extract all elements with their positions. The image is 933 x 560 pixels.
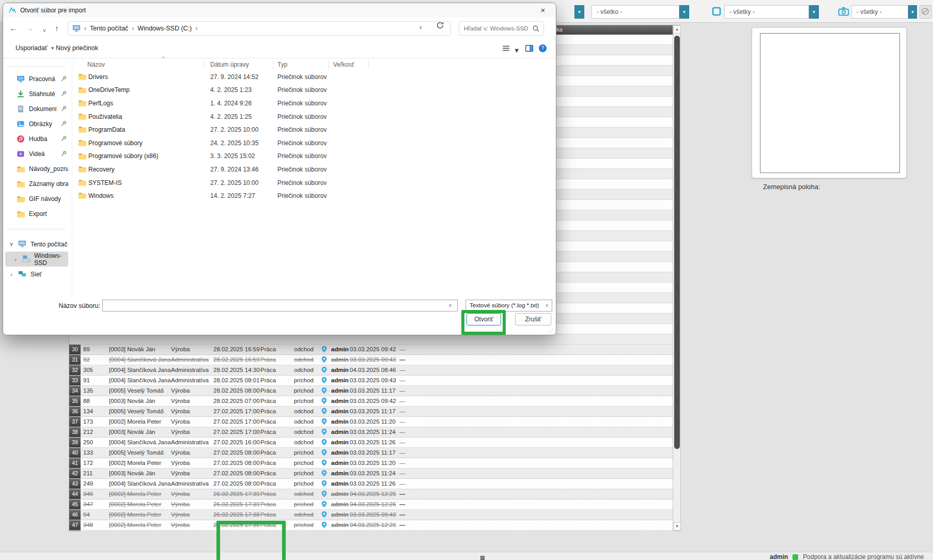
column-divider[interactable] [329, 60, 329, 69]
table-row[interactable]: 42 211 [0003] Novák Ján Výroba 27.02.202… [69, 469, 674, 479]
table-row[interactable]: 35 88 [0003] Novák Ján Výroba 28.02.2025… [69, 396, 674, 407]
file-row[interactable]: Drivers 27. 9. 2024 14:52 Priečinok súbo… [73, 70, 555, 84]
hidden-filter-dropdown-button[interactable]: ▼ [574, 5, 584, 19]
sidebar-quick-item[interactable]: Stiahnuté súb [5, 86, 68, 101]
chevron-icon[interactable]: ∨ [8, 241, 14, 247]
file-row[interactable]: OneDriveTemp 4. 2. 2025 1:23 Priečinok s… [73, 84, 555, 97]
column-divider[interactable] [368, 60, 369, 69]
file-row[interactable]: PerfLogs 1. 4. 2024 9:26 Priečinok súbor… [73, 97, 555, 110]
file-row[interactable]: Windows 14. 2. 2025 7:27 Priečinok súbor… [73, 189, 555, 203]
breadcrumb-drive[interactable]: Windows-SSD (C:) [137, 25, 192, 32]
sidebar-quick-item[interactable]: Pracovná plo [5, 71, 68, 86]
new-folder-button[interactable]: Nový priečinok [56, 44, 98, 52]
table-row[interactable]: 45 347 [0002] Morela Peter Výroba 26.02.… [69, 500, 674, 510]
filename-input[interactable] [102, 300, 458, 312]
block-icon [921, 7, 929, 15]
sidebar-quick-item[interactable]: Videá [5, 146, 68, 161]
table-row[interactable]: 40 133 [0005] Veselý Tomáš Výroba 27.02.… [69, 448, 674, 458]
sidebar-tree-item[interactable]: › Windows-SSD [5, 252, 68, 267]
up-button[interactable]: ↑ [51, 22, 63, 35]
clear-filter-button[interactable] [920, 5, 931, 19]
scroll-down-button[interactable]: ▼ [673, 522, 681, 531]
sidebar-quick-item[interactable]: Obrázky [5, 116, 68, 131]
column-header-size[interactable]: Veľkosť [333, 61, 354, 68]
dialog-titlebar[interactable]: Otvoriť súbor pre import × [3, 3, 556, 18]
event-datetime: 26.02.2025 17:38 [213, 510, 260, 520]
cancel-button[interactable]: Zrušiť [515, 313, 551, 325]
file-row[interactable]: Programové súbory 24. 2. 2025 10:35 Prie… [73, 136, 555, 150]
column-header-type[interactable]: Typ [277, 61, 287, 68]
preview-pane-icon[interactable] [525, 44, 534, 53]
table-row[interactable]: 47 348 [0002] Morela Peter Výroba 26.02.… [69, 520, 674, 531]
column-divider[interactable] [204, 60, 205, 69]
sidebar-quick-item[interactable]: Návody_poznám [5, 161, 68, 176]
refresh-icon[interactable] [436, 21, 444, 29]
filter-types1-dropdown[interactable]: - všetky - [724, 5, 809, 19]
event-datetime: 28.02.2025 08:01 [213, 376, 260, 385]
sidebar-quick-item[interactable]: Záznamy obrazo [5, 176, 68, 191]
scrollbar-thumb[interactable] [674, 36, 680, 449]
table-row[interactable]: 44 346 [0002] Morela Peter Výroba 26.02.… [69, 489, 674, 500]
chevron-icon[interactable]: › [8, 271, 14, 277]
sidebar-quick-item[interactable]: Hudba [5, 131, 68, 146]
table-rows: 30 89 [0003] Novák Ján Výroba 28.02.2025… [69, 345, 674, 541]
folder-icon [78, 112, 87, 121]
table-row[interactable]: 38 212 [0003] Novák Ján Výroba 27.02.202… [69, 427, 674, 438]
file-row[interactable]: SYSTEM-IS 27. 2. 2025 10:00 Priečinok sú… [73, 176, 555, 190]
file-row[interactable]: ProgramData 27. 2. 2025 10:00 Priečinok … [73, 123, 555, 136]
column-header-name[interactable]: Názov [87, 61, 105, 68]
toolbar-separator [3, 58, 556, 58]
filter-types2-dropdown-button[interactable]: ▼ [908, 5, 917, 19]
chevron-icon[interactable]: › [13, 256, 18, 262]
checkbox-icon [712, 7, 721, 16]
view-dropdown-icon[interactable]: ▼ [514, 47, 520, 54]
filename-history-icon[interactable]: ∨ [448, 303, 452, 308]
table-row[interactable]: 34 135 [0005] Veselý Tomáš Výroba 28.02.… [69, 386, 674, 396]
table-row[interactable]: 36 134 [0005] Veselý Tomáš Výroba 27.02.… [69, 407, 674, 417]
file-row[interactable]: Používatelia 4. 2. 2025 1:25 Priečinok s… [73, 110, 555, 123]
breadcrumb-this-pc[interactable]: Tento počítač [90, 25, 128, 32]
filter-all-dropdown-button[interactable]: ▼ [679, 5, 689, 19]
filter-all-dropdown[interactable]: - všetko - [592, 5, 679, 19]
back-button[interactable]: ← [7, 22, 20, 35]
table-row[interactable]: 46 94 [0002] Morela Peter Výroba 26.02.2… [69, 510, 674, 520]
sidebar-tree-item[interactable]: ∨ Tento počítač [5, 237, 68, 252]
employee-name: [0005] Veselý Tomáš [109, 386, 171, 396]
table-row[interactable]: 31 92 [0004] Slančíková Jana Administrat… [69, 355, 674, 365]
help-icon[interactable]: ? [538, 44, 547, 53]
close-icon[interactable]: × [534, 4, 552, 17]
scroll-up-button[interactable]: ▲ [673, 25, 681, 34]
table-row[interactable]: 43 249 [0004] Slančíková Jana Administra… [69, 479, 674, 489]
table-row[interactable]: 30 89 [0003] Novák Ján Výroba 28.02.2025… [69, 345, 674, 355]
file-row[interactable]: Programové súbory (x86) 3. 3. 2025 15:02… [73, 150, 555, 163]
direction: príchod [282, 376, 317, 385]
address-dropdown-icon[interactable]: ∨ [419, 25, 423, 30]
file-date: 4. 2. 2025 1:25 [210, 113, 252, 120]
list-view-icon[interactable] [502, 44, 510, 53]
table-row[interactable]: 39 250 [0004] Slančíková Jana Administra… [69, 438, 674, 448]
table-row[interactable]: 32 305 [0004] Slančíková Jana Administra… [69, 365, 674, 376]
table-row[interactable]: 37 173 [0002] Morela Peter Výroba 27.02.… [69, 417, 674, 427]
breadcrumb[interactable]: › Tento počítač › Windows-SSD (C:) › [68, 21, 451, 36]
search-icon[interactable] [532, 25, 540, 33]
sidebar-quick-item[interactable]: Dokumenty [5, 101, 68, 116]
status-ok-icon [792, 554, 798, 560]
column-header-date[interactable]: Dátum úpravy [210, 61, 249, 68]
column-divider[interactable] [273, 60, 274, 69]
search-input[interactable] [463, 23, 529, 34]
filter-types2-dropdown[interactable]: - všetky - [851, 5, 908, 19]
table-row[interactable]: 33 91 [0004] Slančíková Jana Administrat… [69, 376, 674, 386]
sidebar-quick-item[interactable]: GIF návody [5, 191, 68, 206]
employee-name: [0002] Morela Peter [109, 510, 171, 520]
forward-button[interactable]: → [24, 22, 36, 35]
table-scrollbar[interactable]: ▲ ▼ [673, 25, 680, 531]
note-placeholder: --- [399, 489, 412, 499]
recent-locations-button[interactable]: ∨ [38, 24, 51, 37]
sidebar-tree-item[interactable]: › Sieť [5, 267, 68, 282]
organize-menu[interactable]: Usporiadať ▼ [15, 44, 55, 52]
file-row[interactable]: Recovery 27. 9. 2024 13:46 Priečinok súb… [73, 163, 555, 176]
sidebar-quick-item[interactable]: Export [5, 206, 68, 221]
resize-grip[interactable]: ⋰ [549, 328, 554, 333]
table-row[interactable]: 41 172 [0002] Morela Peter Výroba 27.02.… [69, 458, 674, 469]
filter-types1-dropdown-button[interactable]: ▼ [809, 5, 819, 19]
